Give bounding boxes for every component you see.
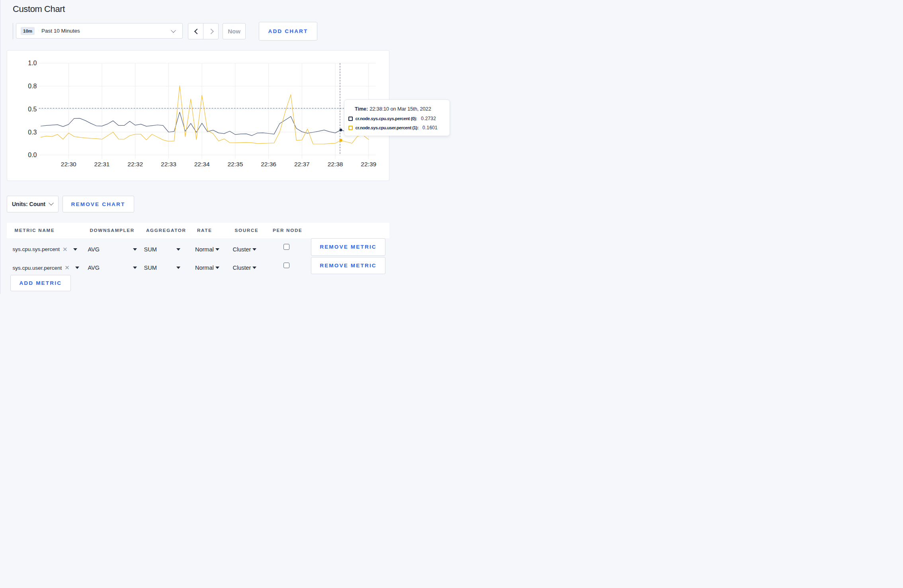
series-swatch-sys <box>348 117 353 121</box>
remove-metric-button[interactable]: REMOVE METRIC <box>311 257 385 275</box>
rate-select[interactable]: Normal <box>195 259 219 276</box>
svg-text:22:37: 22:37 <box>294 161 309 167</box>
rate-select[interactable]: Normal <box>195 241 219 258</box>
tooltip-series-value: 0.2732 <box>421 116 436 121</box>
dropdown-arrow-icon <box>252 248 256 251</box>
dropdown-arrow-icon <box>176 267 180 269</box>
metric-name-value: sys.cpu.user.percent <box>13 265 62 271</box>
col-header-aggregator: AGGREGATOR <box>146 228 186 233</box>
source-value: Cluster <box>233 246 251 253</box>
now-button[interactable]: Now <box>223 23 246 39</box>
tooltip-series-label: cr.node.sys.cpu.sys.percent (0): <box>356 116 417 121</box>
chart-tooltip: Time:22:38:10 on Mar 15th, 2022 cr.node.… <box>344 99 450 136</box>
dropdown-arrow-icon <box>73 248 77 251</box>
metric-name-select[interactable]: sys.cpu.user.percent ✕ <box>13 259 79 276</box>
remove-chart-button[interactable]: REMOVE CHART <box>63 196 134 212</box>
clear-icon[interactable]: ✕ <box>63 246 68 253</box>
rate-value: Normal <box>195 246 214 253</box>
tooltip-series-value: 0.1601 <box>422 125 438 130</box>
downsampler-select[interactable]: AVG <box>88 259 137 276</box>
chevron-left-icon <box>194 29 198 33</box>
source-select[interactable]: Cluster <box>233 241 257 258</box>
aggregator-value: SUM <box>144 265 157 271</box>
time-range-label: Past 10 Minutes <box>41 28 80 34</box>
source-select[interactable]: Cluster <box>233 259 257 276</box>
tooltip-time-value: 22:38:10 on Mar 15th, 2022 <box>369 106 431 112</box>
page-title: Custom Chart <box>13 4 65 14</box>
add-chart-button[interactable]: ADD CHART <box>259 22 317 41</box>
col-header-source: SOURCE <box>235 228 259 233</box>
metric-row: sys.cpu.sys.percent ✕ AVG SUM Normal Clu… <box>7 238 390 256</box>
metric-name-select[interactable]: sys.cpu.sys.percent ✕ <box>13 241 77 258</box>
aggregator-select[interactable]: SUM <box>144 259 180 276</box>
clear-icon[interactable]: ✕ <box>64 264 70 271</box>
time-step-buttons <box>188 23 219 39</box>
svg-text:22:35: 22:35 <box>227 161 243 167</box>
downsampler-select[interactable]: AVG <box>88 241 137 258</box>
dropdown-arrow-icon <box>133 248 137 251</box>
downsampler-value: AVG <box>88 265 100 271</box>
svg-text:22:36: 22:36 <box>261 161 276 167</box>
tooltip-series-label: cr.node.sys.cpu.user.percent (1): <box>356 125 419 130</box>
per-node-checkbox[interactable] <box>283 244 289 250</box>
svg-text:0.3: 0.3 <box>28 129 37 136</box>
rate-value: Normal <box>195 265 214 271</box>
svg-text:0.0: 0.0 <box>28 152 37 158</box>
downsampler-value: AVG <box>88 246 100 253</box>
dropdown-arrow-icon <box>176 248 180 251</box>
svg-text:22:33: 22:33 <box>161 161 176 167</box>
col-header-metric-name: METRIC NAME <box>15 228 55 233</box>
dropdown-arrow-icon <box>75 267 79 269</box>
line-chart: 0.00.30.50.81.022:3022:3122:3222:3322:34… <box>7 51 390 181</box>
time-range-badge: 10m <box>21 27 35 35</box>
aggregator-value: SUM <box>144 246 157 253</box>
svg-text:0.5: 0.5 <box>28 106 37 113</box>
svg-text:22:32: 22:32 <box>127 161 143 167</box>
svg-text:22:34: 22:34 <box>194 161 209 167</box>
dropdown-arrow-icon <box>252 267 256 269</box>
tooltip-time-label: Time: <box>355 106 368 112</box>
chart-panel[interactable]: 0.00.30.50.81.022:3022:3122:3222:3322:34… <box>7 50 390 181</box>
time-range-select[interactable]: 10m Past 10 Minutes <box>16 23 183 39</box>
remove-metric-button[interactable]: REMOVE METRIC <box>311 238 385 256</box>
units-select[interactable]: Units: Count <box>7 196 59 212</box>
next-range-button[interactable] <box>203 23 218 39</box>
svg-text:22:31: 22:31 <box>94 161 109 167</box>
dropdown-arrow-icon <box>133 267 137 269</box>
chevron-right-icon <box>209 29 213 33</box>
svg-text:22:38: 22:38 <box>327 161 343 167</box>
col-header-downsampler: DOWNSAMPLER <box>90 228 135 233</box>
col-header-per-node: PER NODE <box>273 228 302 233</box>
source-value: Cluster <box>233 265 251 271</box>
svg-text:1.0: 1.0 <box>28 60 37 66</box>
metrics-table-header: METRIC NAME DOWNSAMPLER AGGREGATOR RATE … <box>7 223 390 239</box>
svg-text:0.8: 0.8 <box>28 83 37 90</box>
aggregator-select[interactable]: SUM <box>144 241 180 258</box>
dropdown-arrow-icon <box>215 248 219 251</box>
col-header-rate: RATE <box>197 228 212 233</box>
units-label: Units: Count <box>12 201 45 207</box>
prev-range-button[interactable] <box>188 23 203 39</box>
per-node-checkbox[interactable] <box>283 263 289 269</box>
chevron-down-icon <box>49 202 53 205</box>
svg-text:22:39: 22:39 <box>361 161 376 167</box>
chevron-down-icon <box>172 29 175 33</box>
svg-text:22:30: 22:30 <box>61 161 76 167</box>
metric-name-value: sys.cpu.sys.percent <box>13 246 60 252</box>
add-metric-button[interactable]: ADD METRIC <box>10 275 71 291</box>
dropdown-arrow-icon <box>215 267 219 269</box>
toolbar-divider <box>13 23 13 39</box>
metric-row: sys.cpu.user.percent ✕ AVG SUM Normal Cl… <box>7 257 390 275</box>
series-swatch-user <box>348 126 353 130</box>
